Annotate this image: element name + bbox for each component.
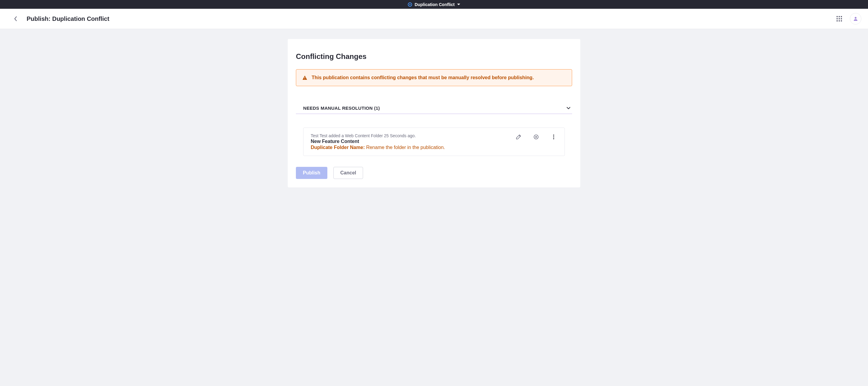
section-header-title: NEEDS MANUAL RESOLUTION (1)	[303, 105, 380, 111]
conflict-meta: Test Test added a Web Content Folder 25 …	[311, 133, 445, 138]
conflict-warning-text: Rename the folder in the publication.	[366, 145, 445, 150]
discard-button[interactable]	[532, 133, 540, 141]
page-title: Publish: Duplication Conflict	[27, 15, 109, 22]
chevron-down-icon	[566, 106, 571, 110]
conflict-info: Test Test added a Web Content Folder 25 …	[311, 133, 445, 150]
header-left: Publish: Duplication Conflict	[12, 15, 109, 22]
pencil-icon	[516, 134, 521, 140]
conflict-actions	[515, 133, 557, 141]
svg-rect-1	[305, 77, 305, 78]
main-card: Conflicting Changes This publication con…	[288, 39, 580, 187]
card-title: Conflicting Changes	[296, 52, 572, 61]
page-header: Publish: Duplication Conflict	[0, 9, 868, 29]
edit-button[interactable]	[515, 133, 522, 141]
chevron-left-icon	[13, 16, 18, 22]
header-right	[835, 13, 861, 25]
svg-point-0	[855, 17, 857, 19]
topbar-title-dropdown[interactable]: Duplication Conflict	[408, 2, 460, 7]
user-avatar[interactable]	[850, 13, 861, 25]
conflict-warning-label: Duplicate Folder Name:	[311, 145, 366, 150]
topbar: Duplication Conflict	[0, 0, 868, 9]
svg-point-9	[553, 138, 554, 139]
topbar-title-text: Duplication Conflict	[414, 2, 455, 7]
conflict-item: Test Test added a Web Content Folder 25 …	[303, 128, 565, 156]
svg-point-7	[553, 135, 554, 136]
section-header[interactable]: NEEDS MANUAL RESOLUTION (1)	[296, 104, 572, 114]
alert-message: This publication contains conflicting ch…	[312, 75, 534, 80]
warning-alert: This publication contains conflicting ch…	[296, 69, 572, 86]
circle-x-icon	[533, 134, 539, 140]
radio-target-icon	[408, 2, 412, 7]
more-actions-button[interactable]	[550, 133, 557, 141]
warning-triangle-icon	[302, 75, 307, 80]
cancel-button[interactable]: Cancel	[333, 167, 363, 179]
conflict-warning: Duplicate Folder Name: Rename the folder…	[311, 145, 445, 150]
conflict-title: New Feature Content	[311, 139, 445, 144]
vertical-dots-icon	[553, 134, 554, 140]
svg-rect-2	[305, 79, 305, 79]
apps-menu-button[interactable]	[835, 14, 844, 23]
caret-down-icon	[457, 4, 460, 5]
publish-button[interactable]: Publish	[296, 167, 327, 179]
action-buttons: Publish Cancel	[296, 167, 572, 179]
back-button[interactable]	[12, 15, 19, 22]
apps-icon	[837, 16, 838, 17]
svg-point-8	[553, 136, 554, 138]
user-icon	[853, 16, 858, 21]
